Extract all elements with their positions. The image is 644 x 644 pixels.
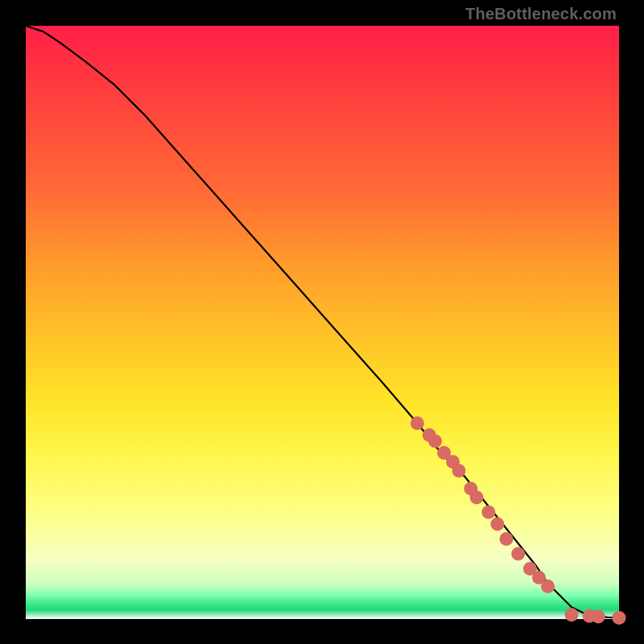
data-marker [452,464,466,477]
data-marker [470,490,484,504]
data-marker [490,518,504,531]
watermark-text: TheBottleneck.com [465,5,617,23]
data-marker [565,608,579,621]
data-marker [481,506,495,519]
data-marker [500,532,514,546]
data-marker [511,547,525,560]
markers-group [411,416,626,625]
data-marker [613,611,626,625]
curve-path [26,26,619,618]
data-marker [428,434,442,448]
plot-area [26,26,619,619]
chart-svg [26,26,619,619]
data-marker [592,610,605,624]
data-marker [411,416,424,430]
data-marker [541,580,555,593]
chart-frame: TheBottleneck.com [0,0,644,644]
